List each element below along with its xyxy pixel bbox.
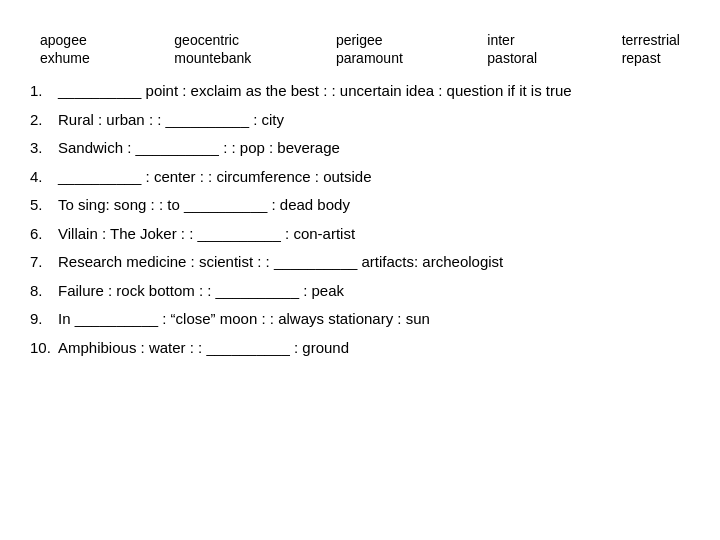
word-bank-item-4-0: terrestrial bbox=[622, 32, 680, 48]
word-bank-item-0-1: exhume bbox=[40, 50, 90, 66]
question-item: 2.Rural : urban : : __________ : city bbox=[30, 109, 690, 132]
word-bank-col-3: interpastoral bbox=[487, 32, 537, 66]
question-item: 7.Research medicine : scientist : : ____… bbox=[30, 251, 690, 274]
question-number-8: 8. bbox=[30, 280, 58, 303]
question-item: 4.__________ : center : : circumference … bbox=[30, 166, 690, 189]
question-item: 5.To sing: song : : to __________ : dead… bbox=[30, 194, 690, 217]
word-bank-col-1: geocentricmountebank bbox=[174, 32, 251, 66]
question-text-10: Amphibious : water : : __________ : grou… bbox=[58, 337, 349, 360]
question-item: 3.Sandwich : __________ : : pop : bevera… bbox=[30, 137, 690, 160]
word-bank-item-1-1: mountebank bbox=[174, 50, 251, 66]
question-text-8: Failure : rock bottom : : __________ : p… bbox=[58, 280, 344, 303]
question-text-4: __________ : center : : circumference : … bbox=[58, 166, 372, 189]
word-bank-item-2-1: paramount bbox=[336, 50, 403, 66]
question-item: 1.__________ point : exclaim as the best… bbox=[30, 80, 690, 103]
question-number-5: 5. bbox=[30, 194, 58, 217]
word-bank-col-4: terrestrialrepast bbox=[622, 32, 680, 66]
word-bank-col-0: apogeeexhume bbox=[40, 32, 90, 66]
word-bank-col-2: perigeeparamount bbox=[336, 32, 403, 66]
word-bank-item-1-0: geocentric bbox=[174, 32, 251, 48]
word-bank-item-2-0: perigee bbox=[336, 32, 403, 48]
word-bank-item-0-0: apogee bbox=[40, 32, 90, 48]
question-number-3: 3. bbox=[30, 137, 58, 160]
question-number-2: 2. bbox=[30, 109, 58, 132]
question-number-7: 7. bbox=[30, 251, 58, 274]
word-bank-item-3-0: inter bbox=[487, 32, 537, 48]
question-number-9: 9. bbox=[30, 308, 58, 331]
question-text-2: Rural : urban : : __________ : city bbox=[58, 109, 284, 132]
question-item: 6.Villain : The Joker : : __________ : c… bbox=[30, 223, 690, 246]
question-text-7: Research medicine : scientist : : ______… bbox=[58, 251, 503, 274]
question-number-10: 10. bbox=[30, 337, 58, 360]
question-number-6: 6. bbox=[30, 223, 58, 246]
word-bank: apogeeexhumegeocentricmountebankperigeep… bbox=[30, 32, 690, 66]
question-text-1: __________ point : exclaim as the best :… bbox=[58, 80, 572, 103]
question-text-5: To sing: song : : to __________ : dead b… bbox=[58, 194, 350, 217]
word-bank-item-4-1: repast bbox=[622, 50, 680, 66]
question-number-1: 1. bbox=[30, 80, 58, 103]
question-item: 10.Amphibious : water : : __________ : g… bbox=[30, 337, 690, 360]
question-item: 9.In __________ : “close” moon : : alway… bbox=[30, 308, 690, 331]
question-text-9: In __________ : “close” moon : : always … bbox=[58, 308, 430, 331]
questions-list: 1.__________ point : exclaim as the best… bbox=[30, 80, 690, 359]
question-text-3: Sandwich : __________ : : pop : beverage bbox=[58, 137, 340, 160]
question-item: 8.Failure : rock bottom : : __________ :… bbox=[30, 280, 690, 303]
question-number-4: 4. bbox=[30, 166, 58, 189]
question-text-6: Villain : The Joker : : __________ : con… bbox=[58, 223, 355, 246]
word-bank-item-3-1: pastoral bbox=[487, 50, 537, 66]
